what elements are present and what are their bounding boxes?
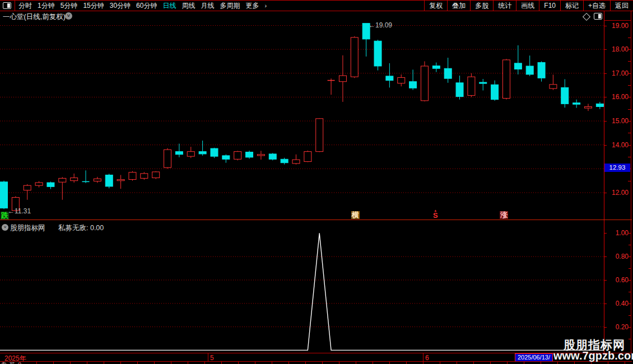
menu-item-统计[interactable]: 统计 — [493, 1, 516, 11]
low-price-annotation: ←11.31 — [8, 207, 31, 215]
axis-tick — [604, 304, 607, 304]
border-tick — [628, 97, 631, 97]
bottom-tick — [406, 362, 407, 364]
menu-item-+自选[interactable]: +自选 — [583, 1, 610, 11]
menu-item-周线[interactable]: 周线 — [181, 1, 195, 11]
indicator-label-0.80: 0.80 — [606, 253, 629, 260]
indicator-spike-line — [0, 233, 604, 350]
axis-top-line — [604, 20, 631, 21]
menu-item-标记[interactable]: 标记 — [560, 1, 583, 11]
timeframe-menu: 分时1分钟5分钟15分钟30分钟60分钟日线周线月线多周期更多› — [18, 1, 267, 11]
price-label-17.00: 17.00 — [606, 69, 629, 77]
axis-tick — [604, 193, 607, 193]
more-chevron-icon[interactable]: › — [264, 2, 267, 9]
border-tick — [628, 145, 631, 146]
menu-item-日线[interactable]: 日线 — [162, 1, 176, 11]
bottom-tick — [373, 362, 373, 364]
border-tick — [629, 245, 631, 245]
bottom-tick — [423, 362, 423, 364]
layout-toggle-icon[interactable] — [3, 2, 11, 9]
right-border-line — [631, 11, 631, 362]
menu-item-分时[interactable]: 分时 — [18, 1, 32, 11]
axis-tick — [604, 121, 607, 122]
indicator-label-0.60: 0.60 — [606, 276, 629, 284]
border-tick — [628, 38, 631, 38]
menu-item-叠加[interactable]: 叠加 — [447, 1, 470, 11]
bottom-tick — [87, 362, 87, 364]
border-tick — [629, 268, 631, 269]
menu-item-更多[interactable]: 更多 — [245, 1, 259, 11]
bottom-tick — [305, 362, 306, 364]
axis-tick — [604, 280, 607, 281]
bottom-tick — [490, 362, 491, 364]
border-tick — [629, 292, 631, 292]
indicator-label-1.00: 1.00 — [606, 229, 629, 237]
menu-item-月线[interactable]: 月线 — [201, 1, 214, 11]
watermark-url: www.7gpzb.com — [553, 349, 633, 362]
signal-marker-buy: ▲S — [432, 209, 439, 220]
current-price-marker: 12.93 — [604, 164, 630, 172]
signal-marker-sideways: 横 — [351, 211, 360, 219]
border-tick — [628, 157, 631, 157]
date-axis: 2025年 5 6 2025/06/13/ — [0, 353, 632, 361]
menu-item-F10[interactable]: F10 — [539, 1, 560, 11]
border-tick — [628, 181, 631, 181]
menu-item-5分钟[interactable]: 5分钟 — [60, 1, 78, 11]
axis-tick — [604, 327, 607, 328]
bottom-tick — [53, 362, 54, 364]
month-divider — [208, 353, 208, 361]
border-tick — [629, 304, 631, 304]
bottom-tick — [104, 362, 104, 364]
bottom-tick — [541, 362, 541, 364]
bottom-tick — [154, 362, 155, 364]
indicator-chart[interactable] — [0, 220, 604, 353]
menu-item-返回[interactable]: 返回 — [610, 1, 633, 11]
bottom-tick — [473, 362, 474, 364]
menu-item-60分钟[interactable]: 60分钟 — [136, 1, 157, 11]
price-label-18.00: 18.00 — [606, 45, 629, 53]
price-label-14.00: 14.00 — [606, 141, 629, 149]
bottom-tick — [137, 362, 138, 364]
candlestick-chart[interactable] — [0, 11, 604, 220]
bottom-tick — [255, 362, 255, 364]
bottom-tick — [238, 362, 239, 364]
menu-item-画线[interactable]: 画线 — [516, 1, 539, 11]
axis-tick — [604, 256, 607, 257]
month-label-6: 6 — [425, 354, 429, 362]
price-label-19.00: 19.00 — [606, 22, 629, 30]
border-tick — [629, 339, 631, 339]
axis-tick — [604, 233, 607, 234]
menu-divider — [15, 1, 15, 11]
menu-item-复权[interactable]: 复权 — [424, 1, 447, 11]
indicator-label-0.20: 0.20 — [606, 323, 629, 331]
bottom-tick — [507, 362, 508, 364]
menu-item-1分钟[interactable]: 1分钟 — [38, 1, 55, 11]
menu-item-多股[interactable]: 多股 — [470, 1, 493, 11]
axis-tick — [604, 73, 607, 74]
bottom-tick — [322, 362, 323, 364]
border-tick — [629, 256, 631, 257]
bottom-tick — [524, 362, 524, 364]
month-divider — [423, 353, 423, 361]
border-tick — [629, 315, 631, 316]
border-tick — [629, 327, 631, 328]
price-label-15.00: 15.00 — [606, 117, 629, 125]
axis-tick — [604, 97, 607, 97]
indicator-label-0.40: 0.40 — [606, 300, 629, 307]
menu-item-30分钟[interactable]: 30分钟 — [110, 1, 131, 11]
axis-tick — [604, 26, 607, 26]
bottom-tick — [120, 362, 121, 364]
signal-marker-up: 涨 — [500, 211, 508, 219]
high-price-annotation: ←19.09 — [369, 21, 392, 29]
menu-item-多周期[interactable]: 多周期 — [220, 1, 240, 11]
axis-tick — [604, 49, 607, 50]
bottom-tick — [171, 362, 171, 364]
month-label-5: 5 — [210, 354, 214, 362]
bottom-tick — [204, 362, 205, 364]
menu-item-15分钟[interactable]: 15分钟 — [83, 1, 104, 11]
signal-marker-down: 跌 — [1, 212, 9, 220]
border-tick — [629, 280, 631, 281]
border-tick — [628, 121, 631, 122]
price-axis-line — [604, 11, 604, 353]
bottom-tick — [70, 362, 71, 364]
